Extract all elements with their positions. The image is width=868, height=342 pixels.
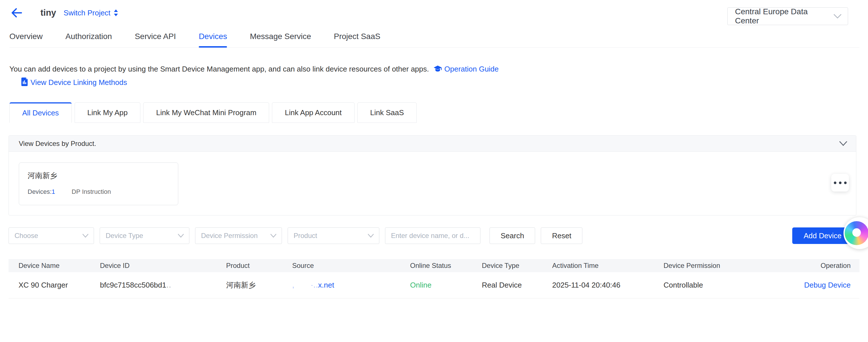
cell-source-link[interactable]: , ·‥x.net bbox=[292, 281, 410, 290]
cell-device-id: bfc9c7158cc506bd1‥ bbox=[100, 281, 226, 290]
product-card-devices-label: Devices: bbox=[28, 188, 52, 196]
col-device-type: Device Type bbox=[482, 262, 552, 269]
col-source: Source bbox=[292, 262, 410, 269]
tab-devices[interactable]: Devices bbox=[199, 28, 227, 47]
cell-activation-time: 2025-11-04 20:40:46 bbox=[552, 281, 663, 290]
col-device-id: Device ID bbox=[100, 262, 226, 269]
search-button[interactable]: Search bbox=[490, 227, 535, 244]
table-row: XC 90 Charger bfc9c7158cc506bd1‥ 河南新乡 , … bbox=[8, 272, 860, 298]
more-actions-button[interactable] bbox=[831, 174, 849, 192]
tab-overview[interactable]: Overview bbox=[9, 28, 43, 47]
cell-device-type: Real Device bbox=[482, 281, 552, 290]
debug-device-link[interactable]: Debug Device bbox=[777, 281, 850, 290]
devices-page: tiny Switch Project Central Europe Data … bbox=[0, 0, 868, 342]
intro-text: You can add devices to a project by usin… bbox=[9, 65, 429, 73]
devices-tab-all-devices[interactable]: All Devices bbox=[9, 102, 72, 123]
devices-tab-link-wechat-mini-program[interactable]: Link My WeChat Mini Program bbox=[143, 102, 269, 123]
choose-select[interactable]: Choose bbox=[8, 227, 94, 244]
tab-authorization[interactable]: Authorization bbox=[65, 28, 112, 47]
col-product: Product bbox=[226, 262, 292, 269]
product-select[interactable]: Product bbox=[288, 227, 379, 244]
device-permission-select[interactable]: Device Permission bbox=[195, 227, 282, 244]
cell-device-permission: Controllable bbox=[663, 281, 777, 290]
device-type-select[interactable]: Device Type bbox=[100, 227, 189, 244]
col-device-name: Device Name bbox=[19, 262, 100, 269]
devices-tab-link-saas[interactable]: Link SaaS bbox=[358, 102, 417, 123]
view-by-product-panel: View Devices by Product. 河南新乡 Devices: 1… bbox=[8, 135, 856, 216]
intro-block: You can add devices to a project by usin… bbox=[9, 62, 508, 89]
filter-bar: Choose Device Type Device Permission Pro… bbox=[8, 227, 860, 244]
device-tabs: All Devices Link My App Link My WeChat M… bbox=[9, 102, 860, 123]
chevron-down-icon bbox=[178, 234, 184, 238]
tab-project-saas[interactable]: Project SaaS bbox=[334, 28, 380, 47]
data-center-selector[interactable]: Central Europe Data Center bbox=[727, 7, 848, 25]
cell-product: 河南新乡 bbox=[226, 280, 292, 290]
product-card-name: 河南新乡 bbox=[28, 171, 169, 181]
col-activation-time: Activation Time bbox=[552, 262, 663, 269]
devices-table: Device Name Device ID Product Source Onl… bbox=[8, 259, 860, 298]
devices-table-header: Device Name Device ID Product Source Onl… bbox=[8, 259, 860, 272]
view-by-product-body: 河南新乡 Devices: 1 DP Instruction bbox=[9, 152, 856, 215]
switch-project-sort-icon bbox=[113, 9, 119, 17]
view-device-linking-methods-link[interactable]: View Device Linking Methods bbox=[16, 78, 127, 87]
collapse-chevron-down-icon[interactable] bbox=[839, 141, 847, 146]
rainbow-swirl-icon[interactable] bbox=[843, 217, 868, 249]
view-by-product-header[interactable]: View Devices by Product. bbox=[9, 136, 856, 152]
switch-project-link[interactable]: Switch Project bbox=[63, 8, 119, 18]
product-card[interactable]: 河南新乡 Devices: 1 DP Instruction bbox=[19, 163, 178, 205]
graduation-cap-icon bbox=[433, 65, 442, 73]
devices-tab-link-app-account[interactable]: Link App Account bbox=[272, 102, 354, 123]
device-search-input[interactable] bbox=[385, 227, 480, 244]
project-name: tiny bbox=[40, 8, 56, 18]
devices-tab-link-my-app[interactable]: Link My App bbox=[74, 102, 141, 123]
col-operation: Operation bbox=[777, 262, 850, 269]
product-card-devices-count[interactable]: 1 bbox=[52, 188, 55, 196]
tab-service-api[interactable]: Service API bbox=[135, 28, 176, 47]
back-arrow-icon bbox=[11, 8, 22, 18]
chevron-down-icon bbox=[82, 234, 89, 238]
project-nav-tabs: Overview Authorization Service API Devic… bbox=[9, 28, 860, 48]
report-document-icon bbox=[21, 78, 28, 86]
top-bar: tiny Switch Project Central Europe Data … bbox=[0, 0, 868, 26]
chevron-down-icon bbox=[368, 234, 374, 238]
col-device-permission: Device Permission bbox=[663, 262, 777, 269]
cell-device-name: XC 90 Charger bbox=[19, 281, 100, 290]
chevron-down-icon bbox=[270, 234, 277, 238]
col-online-status: Online Status bbox=[410, 262, 482, 269]
ellipsis-icon bbox=[834, 181, 836, 184]
reset-button[interactable]: Reset bbox=[541, 227, 582, 244]
tab-message-service[interactable]: Message Service bbox=[250, 28, 311, 47]
operation-guide-link[interactable]: Operation Guide bbox=[429, 65, 499, 73]
data-center-value: Central Europe Data Center bbox=[735, 7, 834, 25]
cell-online-status: Online bbox=[410, 281, 482, 290]
back-button[interactable] bbox=[11, 8, 22, 18]
product-card-dp-instruction-link[interactable]: DP Instruction bbox=[72, 188, 111, 196]
view-by-product-title: View Devices by Product. bbox=[19, 140, 96, 148]
chevron-down-icon bbox=[834, 14, 841, 19]
